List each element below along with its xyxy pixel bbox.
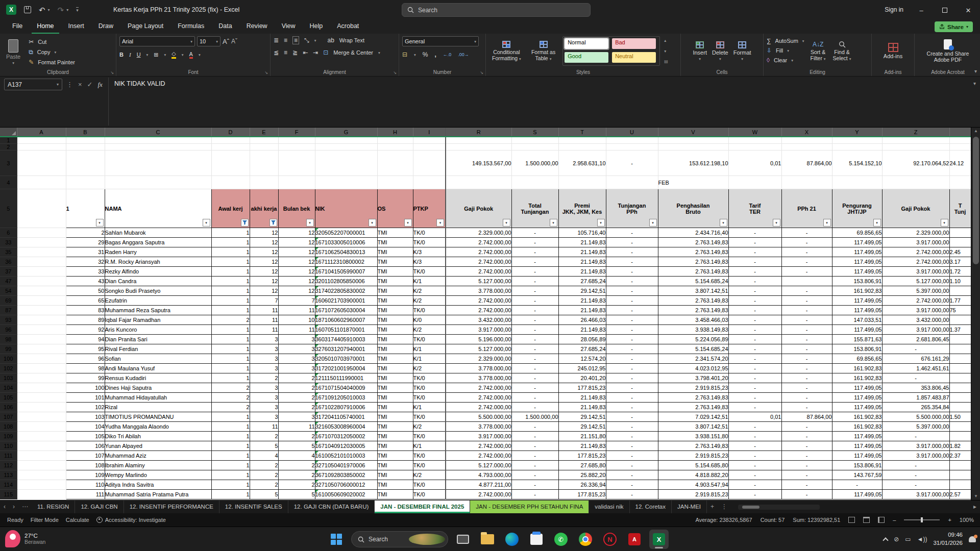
cell-H102[interactable]: TMI — [377, 364, 413, 373]
cell[interactable] — [17, 344, 66, 354]
cell-Y37[interactable]: 117.499,05 — [832, 267, 882, 277]
whatsapp-button[interactable]: ✆ — [551, 530, 571, 549]
cell-S36[interactable]: - — [511, 257, 558, 267]
cell-AA110[interactable]: 1.82 — [949, 441, 971, 451]
cell[interactable] — [882, 144, 949, 151]
row-header-114[interactable]: 114 — [0, 480, 17, 490]
cell-C33[interactable]: Bagas Anggara Saputra — [105, 238, 211, 247]
undo-icon[interactable]: ↶ — [39, 6, 45, 14]
row-header-100[interactable]: 100 — [0, 354, 17, 364]
cell-C112[interactable]: Ibrahim Alaminy — [105, 461, 211, 470]
cell-R109[interactable]: 3.917.000,00 — [446, 432, 511, 441]
table-header-D[interactable]: Awal kerj — [211, 189, 250, 228]
cell-X36[interactable]: - — [781, 257, 832, 267]
cell[interactable] — [413, 151, 446, 176]
cell[interactable] — [17, 228, 66, 238]
cell-W113[interactable]: - — [728, 470, 781, 480]
cell-B47[interactable]: 43 — [66, 277, 105, 286]
cell-S111[interactable]: - — [511, 451, 558, 461]
cell-S37[interactable]: - — [511, 267, 558, 277]
cell-G54[interactable]: 3174022805830002 — [315, 286, 377, 296]
cell-D93[interactable]: 2 — [211, 315, 250, 325]
cell[interactable] — [250, 137, 278, 144]
sheet-tab-12-gaji-cbn[interactable]: 12. GAJI CBN — [75, 500, 124, 513]
cell-W104[interactable]: - — [728, 383, 781, 393]
table-header-E[interactable]: akhi kerja — [250, 189, 278, 228]
cell-S103[interactable]: - — [511, 373, 558, 383]
cell-C99[interactable]: Rival Ferdian — [105, 344, 211, 354]
cell-V106[interactable]: 2.763.149,83 — [658, 403, 728, 412]
column-header-A[interactable]: A — [17, 128, 66, 137]
cell-S115[interactable]: - — [511, 490, 558, 499]
cell-I54[interactable]: K/2 — [413, 286, 446, 296]
cell-X106[interactable]: - — [781, 403, 832, 412]
comma-style-icon[interactable]: , — [435, 51, 436, 58]
cell-D47[interactable]: 1 — [211, 277, 250, 286]
cell-F6[interactable]: 12 — [278, 228, 315, 238]
filter-dropdown-icon[interactable]: ▾ — [306, 219, 314, 227]
cell-U98[interactable]: - — [606, 335, 658, 344]
cell-V98[interactable]: 5.224.056,89 — [658, 335, 728, 344]
cell-D87[interactable]: 1 — [211, 306, 250, 315]
table-header-Y[interactable]: PengurangJHT/JP▾ — [832, 189, 882, 228]
cell-AA106[interactable] — [949, 403, 971, 412]
cell-AA114[interactable] — [949, 480, 971, 490]
cell[interactable] — [606, 176, 658, 189]
cell-W100[interactable]: - — [728, 354, 781, 364]
cell-E115[interactable]: 5 — [250, 490, 278, 499]
format-cells-button[interactable]: Format▾ — [732, 36, 752, 66]
column-header-V[interactable]: V — [658, 128, 728, 137]
cell-U110[interactable]: - — [606, 441, 658, 451]
cell[interactable] — [278, 137, 315, 144]
delete-cells-button[interactable]: Delete▾ — [711, 36, 729, 66]
cell-C36[interactable]: R.M. Rocky Ariansyah — [105, 257, 211, 267]
cell-G69[interactable]: 1606021703900001 — [315, 296, 377, 306]
cell-I96[interactable]: K/2 — [413, 325, 446, 335]
cell-E37[interactable]: 12 — [250, 267, 278, 277]
cell-X69[interactable]: - — [781, 296, 832, 306]
row-header-111[interactable]: 111 — [0, 451, 17, 461]
clear-button[interactable]: ◊Clear▾ — [767, 57, 804, 64]
cell-X98[interactable]: - — [781, 335, 832, 344]
cell-Z93[interactable]: 3.432.000,00 — [882, 315, 949, 325]
cell-G112[interactable]: 3271050401970006 — [315, 461, 377, 470]
cell[interactable] — [17, 176, 66, 189]
row-header-69[interactable]: 69 — [0, 296, 17, 306]
cell-B98[interactable]: 94 — [66, 335, 105, 344]
cell-H69[interactable]: TMI — [377, 296, 413, 306]
cell-U106[interactable]: - — [606, 403, 658, 412]
font-size-combo[interactable]: 10▾ — [197, 36, 220, 46]
cell[interactable] — [558, 176, 606, 189]
cell-D107[interactable]: 1 — [211, 412, 250, 422]
cell-C114[interactable]: Aditya Indra Savitra — [105, 480, 211, 490]
row-header-110[interactable]: 110 — [0, 441, 17, 451]
cell[interactable] — [66, 137, 105, 144]
ribbon-tab-formulas[interactable]: Formulas — [173, 20, 209, 34]
cell-V93[interactable]: 3.458.466,03 — [658, 315, 728, 325]
vertical-scrollbar[interactable]: ▲ ▼ — [971, 128, 980, 500]
cell[interactable] — [17, 441, 66, 451]
cell-AA6[interactable] — [949, 228, 971, 238]
cell-S110[interactable]: - — [511, 441, 558, 451]
cell-Z100[interactable]: 676.161,29 — [882, 354, 949, 364]
cell-Y105[interactable]: 117.499,05 — [832, 393, 882, 403]
cell-AA47[interactable]: 1.10 — [949, 277, 971, 286]
cell-Y33[interactable]: 117.499,05 — [832, 238, 882, 247]
cell-F69[interactable]: 7 — [278, 296, 315, 306]
table-header-U[interactable]: TunjanganPPh▾ — [606, 189, 658, 228]
cell-X109[interactable]: - — [781, 432, 832, 441]
cell-G102[interactable]: 3172021001950004 — [315, 364, 377, 373]
cell-W106[interactable]: - — [728, 403, 781, 412]
align-left-icon[interactable]: ≦ — [274, 49, 279, 56]
sheet-nav-right-icon[interactable]: › — [9, 500, 18, 513]
cell-C111[interactable]: Muhammad Aziz — [105, 451, 211, 461]
row-header-109[interactable]: 109 — [0, 432, 17, 441]
font-dialog-launcher-icon[interactable]: ↘ — [264, 70, 268, 75]
table-header-X[interactable]: PPh 21▾ — [781, 189, 832, 228]
excel-taskbar-button[interactable]: X — [649, 530, 669, 549]
title-search-box[interactable]: Search — [402, 3, 591, 17]
cell-S100[interactable]: - — [511, 354, 558, 364]
cell[interactable] — [17, 335, 66, 344]
cell-D100[interactable]: 1 — [211, 354, 250, 364]
cell-C108[interactable]: Yudha Manggala Alaondo — [105, 422, 211, 432]
